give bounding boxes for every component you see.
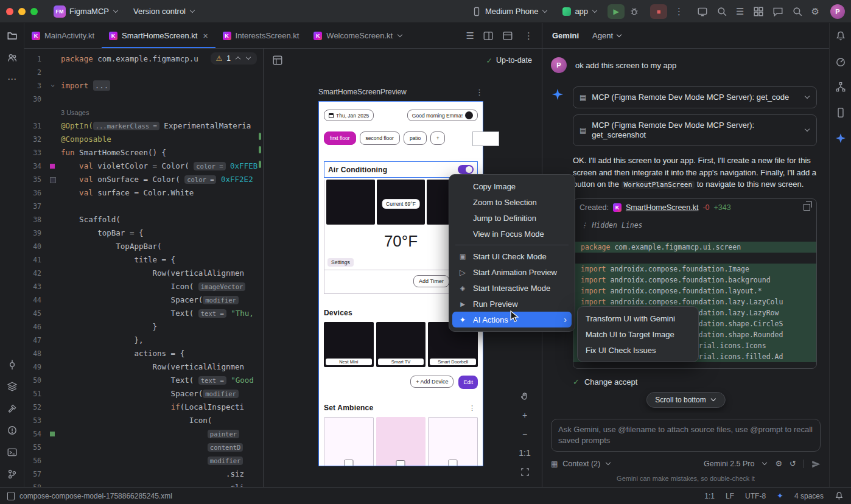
layout-icon[interactable] <box>502 30 513 41</box>
layout-inspector-icon[interactable] <box>753 6 764 17</box>
menu-item[interactable]: Start UI Check Mode <box>452 248 572 264</box>
context-chip[interactable]: Context (2) <box>562 460 600 468</box>
editor-tab[interactable]: K MainActivity.kt <box>24 23 102 48</box>
editor-tab[interactable]: K SmartHomeScreen.kt × <box>102 23 215 48</box>
maximize-window-button[interactable] <box>30 8 38 15</box>
preview-more-icon[interactable]: ⋮ <box>475 88 483 97</box>
profile-avatar[interactable]: P <box>830 4 845 19</box>
history-icon[interactable]: ↺ <box>790 459 796 469</box>
minimize-window-button[interactable] <box>18 8 26 15</box>
expand-chevron-icon[interactable] <box>805 94 810 99</box>
submenu-item[interactable]: Match UI to Target Image <box>581 326 695 342</box>
add-device-button[interactable]: + Add Device <box>410 376 454 388</box>
ambience-more-icon[interactable]: ⋮ <box>469 404 475 412</box>
device-tile[interactable]: Smart TV <box>376 322 426 367</box>
build-status[interactable]: ✓ Up-to-date <box>486 56 532 65</box>
vcs-widget[interactable]: Version control <box>128 4 200 18</box>
zoom-ratio-button[interactable]: 1:1 <box>517 446 532 460</box>
device-tile[interactable]: Nest Mini <box>324 322 374 367</box>
device-selector[interactable]: Medium Phone <box>467 4 553 19</box>
profiler-icon[interactable] <box>835 56 846 67</box>
close-window-button[interactable] <box>6 8 13 15</box>
layers-icon[interactable] <box>7 381 18 392</box>
notifications-icon[interactable] <box>835 30 846 41</box>
floor-chip[interactable]: patio <box>404 131 427 145</box>
status-indent[interactable]: 4 spaces <box>794 492 824 500</box>
preview-gallery-icon[interactable] <box>272 55 283 66</box>
device-manager-icon[interactable] <box>835 107 846 118</box>
version-control-icon[interactable] <box>7 469 18 480</box>
status-file-name[interactable]: compose-compose-model-1758866285245.xml <box>19 492 172 500</box>
next-problem-icon[interactable] <box>246 55 251 60</box>
date-chip[interactable]: Thu, Jan 2025 <box>324 110 374 121</box>
chevron-down-icon[interactable] <box>397 32 402 37</box>
floor-chip[interactable]: first floor <box>324 131 356 145</box>
more-icon[interactable]: ⋮ <box>522 30 536 41</box>
menu-item[interactable]: Start Interactive Mode <box>452 280 572 296</box>
notifications-icon[interactable] <box>835 491 844 500</box>
settings-label[interactable]: Settings <box>327 258 354 267</box>
fit-screen-button[interactable] <box>517 465 532 478</box>
status-line-separator[interactable]: LF <box>726 492 734 500</box>
ambience-tile[interactable] <box>324 417 374 466</box>
gemini-prompt-input[interactable]: Ask Gemini, use @filename to attach sour… <box>551 419 821 452</box>
main-menu-icon[interactable]: ☰ <box>736 7 744 16</box>
close-tab-icon[interactable]: × <box>203 31 208 41</box>
debug-button[interactable] <box>629 4 645 19</box>
ambience-tile[interactable] <box>428 417 478 466</box>
menu-item[interactable]: Copy Image <box>452 178 572 194</box>
status-zoom[interactable]: 1:1 <box>704 492 715 500</box>
device-mirroring-icon[interactable] <box>697 6 708 17</box>
zoom-in-button[interactable]: + <box>517 408 532 422</box>
scroll-to-bottom-button[interactable]: Scroll to bottom <box>646 392 725 408</box>
gemini-status-icon[interactable]: ✦ <box>777 491 783 500</box>
menu-item[interactable]: Jump to Definition <box>452 210 572 226</box>
more-run-actions-icon[interactable]: ⋮ <box>672 6 686 17</box>
status-encoding[interactable]: UTF-8 <box>745 492 766 500</box>
menu-item[interactable]: Start Animation Preview <box>452 264 572 280</box>
problems-icon[interactable] <box>7 425 18 436</box>
run-button[interactable]: ▶ <box>608 4 625 19</box>
floor-chip[interactable]: + <box>430 131 445 145</box>
gear-icon[interactable]: ⚙ <box>775 459 782 469</box>
menu-item[interactable]: Run Preview <box>452 296 572 312</box>
preview-name[interactable]: SmartHomeScreenPreview <box>318 88 407 97</box>
send-icon[interactable] <box>811 460 821 469</box>
pan-tool-icon[interactable] <box>517 390 532 403</box>
gemini-icon[interactable] <box>835 133 846 144</box>
more-tools-icon[interactable]: ⋯ <box>7 74 16 84</box>
tab-agent[interactable]: Agent <box>592 31 622 40</box>
component-selection-handle[interactable] <box>472 131 499 146</box>
submenu-item[interactable]: Fix UI Check Issues <box>581 342 695 358</box>
commit-icon[interactable] <box>7 359 18 370</box>
ac-toggle[interactable] <box>458 165 474 174</box>
previous-problem-icon[interactable] <box>236 56 240 61</box>
add-timer-button[interactable]: Add Timer <box>413 275 449 287</box>
search-projects-icon[interactable] <box>716 6 727 17</box>
created-file-link[interactable]: SmartHomeScreen.kt <box>626 203 698 212</box>
inspections-widget[interactable]: ⚠ 1 <box>211 52 257 65</box>
edit-button[interactable]: Edit <box>458 376 478 389</box>
editor-tab[interactable]: K InterestsScreen.kt <box>215 23 307 48</box>
open-diff-icon[interactable] <box>804 204 810 211</box>
floor-chip[interactable]: second floor <box>360 131 400 145</box>
expand-chevron-icon[interactable] <box>805 127 810 131</box>
tool-call-card[interactable]: ▤ MCP (Figma Remote Dev Mode MCP Server)… <box>573 86 817 108</box>
search-everywhere-icon[interactable] <box>792 6 803 17</box>
ai-chat-icon[interactable] <box>772 6 783 17</box>
ambience-tile[interactable] <box>376 417 425 466</box>
code-editor[interactable]: 1package com.example.figmamcp.u23import … <box>24 49 263 487</box>
stop-button[interactable]: ■ <box>650 4 667 19</box>
collaboration-icon[interactable] <box>7 52 18 63</box>
menu-item[interactable]: View in Focus Mode <box>452 226 572 242</box>
project-folder-icon[interactable] <box>7 30 18 41</box>
project-widget[interactable]: FM FigmaMCP <box>49 3 124 20</box>
split-editor-icon[interactable] <box>483 30 494 41</box>
ac-image-tile[interactable] <box>326 180 375 225</box>
tab-gemini[interactable]: Gemini <box>552 31 579 40</box>
build-icon[interactable] <box>7 403 18 414</box>
menu-item[interactable]: Zoom to Selection <box>452 194 572 210</box>
run-config-selector[interactable]: app <box>558 4 603 18</box>
terminal-icon[interactable] <box>7 447 18 458</box>
settings-icon[interactable]: ⚙ <box>811 7 819 16</box>
